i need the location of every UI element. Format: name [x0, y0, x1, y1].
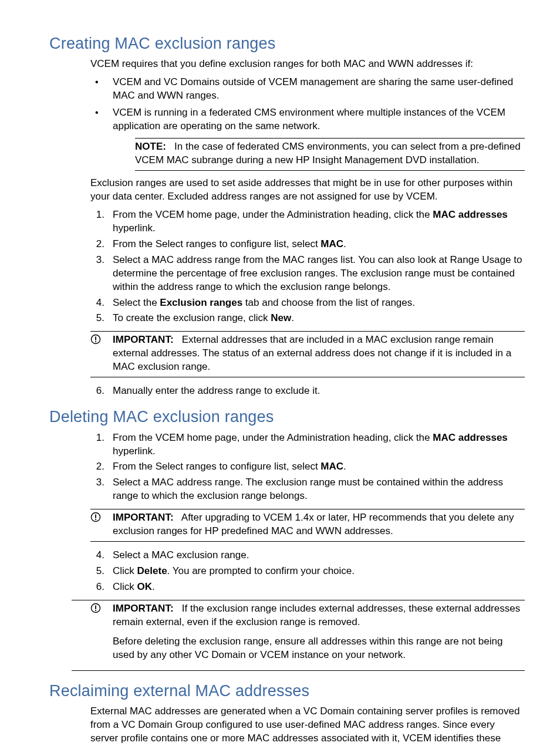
- important-label: IMPORTANT:: [113, 512, 174, 523]
- step-number: 5.: [90, 312, 104, 325]
- step-item: 1.From the VCEM home page, under the Adm…: [90, 208, 525, 235]
- step-text: Select a MAC address range. The exclusio…: [113, 477, 503, 501]
- step-text: From the Select ranges to configure list…: [113, 461, 321, 472]
- important-body-extra: Before deleting the exclusion range, ens…: [113, 635, 525, 662]
- step-item: 6.Click OK.: [90, 580, 525, 594]
- step-item: 6.Manually enter the address range to ex…: [90, 384, 525, 398]
- step-text: hyperlink.: [113, 445, 156, 457]
- note-body: In the case of federated CMS environment…: [135, 141, 521, 166]
- step-text: tab and choose from the list of ranges.: [242, 297, 415, 308]
- step-text: .: [343, 238, 346, 249]
- step-item: 5.To create the exclusion range, click N…: [90, 312, 525, 325]
- step-item: 4.Select a MAC exclusion range.: [90, 549, 525, 562]
- step-text: hyperlink.: [113, 222, 156, 234]
- step-number: 4.: [90, 549, 104, 562]
- step-text: Select a MAC address range from the MAC …: [113, 254, 522, 292]
- step-item: 3.Select a MAC address range from the MA…: [90, 254, 525, 294]
- step-text: From the VCEM home page, under the Admin…: [113, 209, 433, 220]
- step-text: Manually enter the address range to excl…: [113, 385, 320, 396]
- step-number: 2.: [90, 460, 104, 474]
- step-text: .: [291, 312, 294, 323]
- section2-body: 1.From the VCEM home page, under the Adm…: [90, 431, 525, 594]
- svg-rect-5: [95, 519, 96, 520]
- step-number: 2.: [90, 238, 104, 251]
- bold-term: OK: [137, 581, 153, 592]
- step-item: 2.From the Select ranges to configure li…: [90, 460, 525, 474]
- note-label: NOTE:: [135, 141, 166, 152]
- important-body: If the exclusion range includes external…: [113, 603, 520, 627]
- bold-term: New: [271, 312, 291, 323]
- step-text: .: [152, 581, 155, 592]
- step-item: 1.From the VCEM home page, under the Adm…: [90, 431, 525, 458]
- important-callout: IMPORTANT: If the exclusion range includ…: [72, 600, 525, 671]
- step-item: 4.Select the Exclusion ranges tab and ch…: [90, 296, 525, 310]
- bold-term: Exclusion ranges: [160, 297, 242, 308]
- section2-steps: 1.From the VCEM home page, under the Adm…: [90, 431, 525, 504]
- document-page: Creating MAC exclusion ranges VCEM requi…: [0, 0, 560, 746]
- important-label: IMPORTANT:: [113, 334, 174, 345]
- step-text: To create the exclusion range, click: [113, 312, 271, 323]
- step-number: 6.: [90, 580, 104, 594]
- important-icon: [90, 334, 101, 349]
- important-label: IMPORTANT:: [113, 603, 174, 614]
- section1-steps: 1.From the VCEM home page, under the Adm…: [90, 208, 525, 326]
- step-number: 3.: [90, 476, 104, 490]
- bold-term: MAC addresses: [433, 432, 508, 443]
- step-number: 3.: [90, 254, 104, 267]
- section2-steps-cont: 4.Select a MAC exclusion range. 5.Click …: [90, 549, 525, 594]
- section1-para2: Exclusion ranges are used to set aside a…: [90, 177, 525, 204]
- bold-term: MAC: [321, 238, 343, 249]
- svg-rect-1: [95, 337, 96, 340]
- step-text: Click: [113, 565, 137, 576]
- bold-term: Delete: [137, 565, 167, 576]
- step-number: 1.: [90, 208, 104, 222]
- step-item: 3.Select a MAC address range. The exclus…: [90, 476, 525, 503]
- section1-steps-cont: 6.Manually enter the address range to ex…: [90, 384, 525, 398]
- section1-body: VCEM requires that you define exclusion …: [90, 58, 525, 398]
- step-text: From the Select ranges to configure list…: [113, 238, 321, 249]
- bold-term: MAC: [321, 461, 343, 472]
- important-callout: IMPORTANT: External addresses that are i…: [90, 331, 525, 377]
- bullet-item: VCEM and VC Domains outside of VCEM mana…: [90, 76, 525, 103]
- important-icon: [90, 512, 101, 526]
- section3-para: External MAC addresses are generated whe…: [90, 705, 525, 746]
- important-callout: IMPORTANT: After upgrading to VCEM 1.4x …: [90, 509, 525, 542]
- heading-reclaiming-external-mac: Reclaiming external MAC addresses: [49, 680, 525, 701]
- step-text: From the VCEM home page, under the Admin…: [113, 432, 433, 443]
- heading-creating-mac-exclusion: Creating MAC exclusion ranges: [49, 33, 525, 54]
- step-text: Select a MAC exclusion range.: [113, 549, 249, 561]
- bullet-item: VCEM is running in a federated CMS envir…: [90, 106, 525, 171]
- step-text: Select the: [113, 297, 160, 308]
- heading-deleting-mac-exclusion: Deleting MAC exclusion ranges: [49, 406, 525, 427]
- bullet-text: VCEM is running in a federated CMS envir…: [113, 107, 505, 131]
- section1-intro: VCEM requires that you define exclusion …: [90, 58, 525, 71]
- bold-term: MAC addresses: [433, 209, 508, 220]
- step-text: .: [343, 461, 346, 472]
- svg-rect-7: [95, 605, 96, 609]
- step-number: 4.: [90, 296, 104, 310]
- important-icon: [90, 603, 101, 617]
- step-item: 2.From the Select ranges to configure li…: [90, 238, 525, 251]
- svg-rect-2: [95, 342, 96, 343]
- note-callout: NOTE: In the case of federated CMS envir…: [135, 138, 525, 171]
- step-number: 5.: [90, 565, 104, 578]
- step-item: 5.Click Delete. You are prompted to conf…: [90, 565, 525, 578]
- step-text: . You are prompted to confirm your choic…: [167, 565, 355, 576]
- svg-rect-8: [95, 610, 96, 611]
- section1-bullets: VCEM and VC Domains outside of VCEM mana…: [90, 76, 525, 171]
- step-text: Click: [113, 581, 137, 592]
- step-number: 6.: [90, 384, 104, 398]
- section3-body: External MAC addresses are generated whe…: [90, 705, 525, 746]
- svg-rect-4: [95, 515, 96, 518]
- step-number: 1.: [90, 431, 104, 445]
